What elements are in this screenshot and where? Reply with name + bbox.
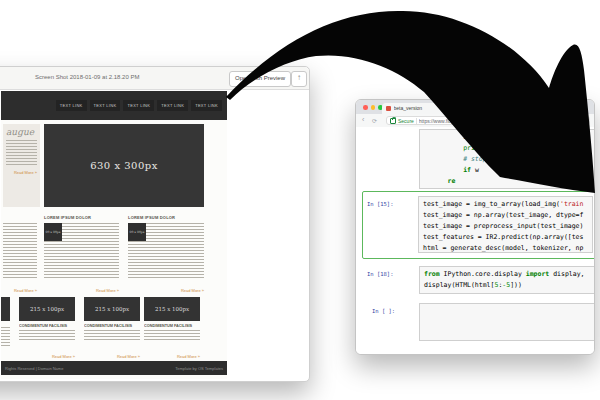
divider — [416, 118, 417, 124]
nav-link: TEXT LINK — [56, 100, 87, 111]
card: 215 x 100px CONDIMENTUM FACILISIS Read M… — [19, 297, 75, 359]
read-more-link: Read More » — [177, 354, 200, 359]
browser-toolbar: ‹ ⟳ Secure https://www.floydlabs.c ooks — [356, 114, 594, 128]
browser-tab[interactable]: beta_version × — [382, 103, 462, 115]
lock-icon — [390, 118, 396, 124]
code-line: test_image = img_to_array(load_img('trai… — [419, 197, 592, 210]
omnibox[interactable]: Secure https://www.floydlabs.c ooks — [386, 116, 590, 125]
window-title: Screen Shot 2018-01-09 at 2.18.20 PM — [35, 74, 139, 80]
read-more-link: Read More » — [117, 354, 140, 359]
nav-link: TEXT LINK — [157, 100, 188, 111]
column-heading: LOREM IPSUM DOLOR — [128, 215, 204, 220]
stage: Screen Shot 2018-01-09 at 2.18.20 PM Ope… — [0, 0, 600, 400]
hero-placeholder: 630 x 300px — [44, 124, 204, 207]
close-button[interactable] — [363, 105, 368, 110]
column-thumbnail: 90 x 90px — [44, 223, 62, 241]
template-footer: Rights Reserved | Domain Name Template b… — [1, 361, 227, 375]
card: 215 x 100px CONDIMENTUM FACILISIS Read M… — [144, 297, 200, 359]
nav-link: TEXT LINK — [90, 100, 121, 111]
code-line: test_image = np.array(test_image, dtype=… — [419, 210, 592, 221]
card-image-placeholder: 215 x 100px — [144, 297, 200, 321]
card-image-placeholder: 215 x 100px — [19, 297, 75, 321]
nav-link: TEXT LINK — [191, 100, 222, 111]
column-thumbnail: 90 x 90px — [128, 223, 146, 241]
url-text-fragment: ooks — [575, 118, 586, 124]
cell-prompt: In [15]: — [367, 201, 394, 207]
tab-title: beta_version — [394, 105, 452, 111]
share-button[interactable]: ↑ — [291, 71, 307, 87]
text-bars — [6, 140, 37, 166]
footer-right-text: Template by OS Templates — [175, 366, 223, 371]
code-cell-empty[interactable] — [419, 303, 595, 341]
cell-input[interactable]: test_image = img_to_array(load_img('trai… — [418, 196, 593, 253]
content-column: LOREM IPSUM DOLOR 90 x 90px Read More » — [44, 215, 119, 293]
code-line: from IPython.core.display import display… — [420, 267, 595, 280]
nav-link: TEXT LINK — [123, 100, 154, 111]
code-line: in_text — [420, 130, 595, 143]
code-line: print(' — [420, 143, 595, 154]
text-bars — [19, 330, 75, 342]
card-label: 215 x 100px — [30, 306, 64, 312]
card: 215 x 100px CONDIMENTUM FACILISIS Read M… — [84, 297, 140, 359]
code-line: test_features = IR2.predict(np.array([te… — [419, 232, 592, 243]
screenshot-preview: TEXT LINK TEXT LINK TEXT LINK TEXT LINK … — [1, 91, 227, 379]
quicklook-window: Screen Shot 2018-01-09 at 2.18.20 PM Ope… — [0, 66, 310, 382]
card-image-placeholder: 215 x 100px — [84, 297, 140, 321]
tab-favicon — [386, 106, 391, 111]
notebook-area: in_text print(' # stop if w re In [15]: … — [356, 127, 594, 354]
code-line: test_image = preprocess_input(test_image… — [419, 221, 592, 232]
thumbnail-label: 90 x 90px — [46, 230, 61, 234]
open-with-preview-button[interactable]: Open with Preview — [229, 71, 291, 87]
browser-window: beta_version × ‹ ⟳ Secure https://www.fl… — [355, 99, 595, 355]
footer-left-text: Rights Reserved | Domain Name — [5, 366, 63, 371]
traffic-lights — [363, 105, 383, 110]
read-more-link: Read More » — [181, 288, 204, 293]
text-bars — [1, 327, 10, 347]
thumbnail-label: 90 x 90px — [130, 230, 145, 234]
content-column: LOREM IPSUM DOLOR 90 x 90px Read More » — [128, 215, 204, 293]
code-line: html = generate_desc(model, tokenizer, n… — [419, 243, 592, 253]
secure-label: Secure — [398, 118, 414, 124]
card-image-placeholder — [1, 297, 10, 321]
text-bars — [144, 330, 200, 342]
card-label: 215 x 100px — [95, 306, 129, 312]
card-heading: CONDIMENTUM FACILISIS — [19, 324, 75, 328]
code-cell-18[interactable]: from IPython.core.display import display… — [419, 266, 595, 294]
url-text: https://www.floydlabs.c — [419, 118, 574, 124]
code-cell-partial[interactable]: in_text print(' # stop if w re — [419, 129, 595, 189]
code-line: display(HTML(html[5:-5])) — [420, 280, 595, 291]
template-sidebar: augue Read More » — [3, 124, 40, 207]
card — [1, 297, 10, 359]
minimize-button[interactable] — [371, 105, 376, 110]
text-bars — [84, 330, 140, 342]
code-line: if w — [420, 165, 595, 176]
cell-prompt: In [ ]: — [372, 308, 395, 314]
code-line: re — [420, 176, 595, 187]
code-cell-15[interactable]: In [15]: test_image = img_to_array(load_… — [362, 191, 595, 259]
card-heading: CONDIMENTUM FACILISIS — [144, 324, 200, 328]
text-bars — [3, 223, 37, 278]
share-icon: ↑ — [297, 73, 301, 82]
hero-label: 630 x 300px — [90, 160, 158, 171]
back-icon[interactable]: ‹ — [362, 116, 364, 123]
read-more-link: Read More » — [14, 288, 37, 293]
tab-strip: beta_version × — [356, 100, 594, 114]
code-line: # stop — [420, 154, 595, 165]
read-more-link: Read More » — [6, 170, 37, 175]
read-more-link: Read More » — [96, 288, 119, 293]
template-navbar: TEXT LINK TEXT LINK TEXT LINK TEXT LINK … — [1, 91, 227, 120]
cell-prompt: In [18]: — [367, 271, 394, 277]
reload-icon[interactable]: ⟳ — [372, 117, 377, 124]
card-heading: CONDIMENTUM FACILISIS — [84, 324, 140, 328]
content-column: Read More » — [3, 215, 37, 293]
column-heading: LOREM IPSUM DOLOR — [44, 215, 119, 220]
read-more-link: Read More » — [52, 354, 75, 359]
tab-close-icon[interactable]: × — [455, 105, 458, 111]
card-label: 215 x 100px — [155, 306, 189, 312]
sidebar-heading: augue — [6, 127, 37, 137]
